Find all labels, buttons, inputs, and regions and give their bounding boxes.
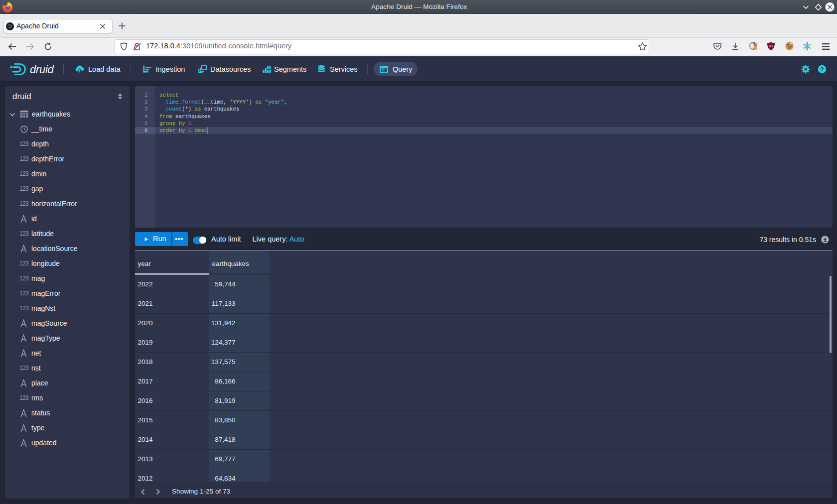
svg-text:uO: uO	[769, 44, 773, 48]
svg-text:?: ?	[820, 66, 824, 72]
